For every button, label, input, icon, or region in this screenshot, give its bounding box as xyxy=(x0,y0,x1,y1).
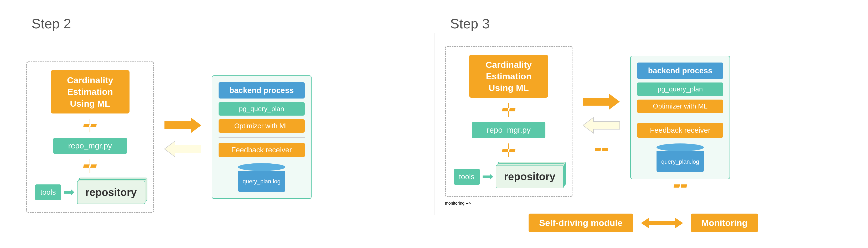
step2-tools-repo-row: tools repository xyxy=(35,181,145,204)
step3-conn-line2 xyxy=(508,112,509,117)
step3-section: Step 3 Cardinality EstimationUsing ML re… xyxy=(435,10,852,238)
step2-cyl-body: query_plan.log xyxy=(238,171,285,192)
step3-pg-query-box: pg_query_plan xyxy=(637,83,723,96)
step2-repomgr-label: repo_mgr.py xyxy=(68,141,112,150)
step2-stack-front: repository xyxy=(77,181,145,204)
step3-small-arrow xyxy=(483,173,493,181)
step3-right-col: backend process pg_query_plan Optimizer … xyxy=(630,56,730,188)
step3-monitoring-box: Monitoring xyxy=(691,214,758,232)
step2-cyl-top xyxy=(238,163,285,171)
step3-backend-title: backend process xyxy=(637,63,723,79)
step2-section: Step 2 Cardinality EstimationUsing ML xyxy=(16,10,434,238)
page-container: Step 2 Cardinality EstimationUsing ML xyxy=(0,0,868,248)
step2-connector2 xyxy=(84,159,96,173)
step2-repository-stack: repository xyxy=(77,181,145,204)
svg-marker-4 xyxy=(583,94,620,110)
step3-repomgr-label: repo_mgr.py xyxy=(487,126,531,134)
step3-monitor-connector xyxy=(674,184,687,188)
step3-bottom-connector xyxy=(595,148,608,151)
step2-cardinality-label: Cardinality EstimationUsing ML xyxy=(67,75,113,108)
step3-conn-line4 xyxy=(508,152,509,157)
step3-cylinder-wrap: query_plan.log xyxy=(637,144,723,172)
step3-repository-label: repository xyxy=(504,171,556,182)
step3-arrow-svg xyxy=(483,173,493,181)
step3-conn-line1 xyxy=(508,103,509,108)
step2-backend-title: backend process xyxy=(219,82,305,98)
step3-bottom-row: Self-driving module Monitoring xyxy=(445,214,842,232)
step2-cylinder-wrap: query_plan.log xyxy=(219,163,305,192)
step3-pale-arrow-left xyxy=(583,116,620,134)
step2-repomgr-box: repo_mgr.py xyxy=(53,138,127,154)
step2-tools-label: tools xyxy=(40,188,56,196)
svg-marker-0 xyxy=(64,189,74,195)
step3-cardinality-label: Cardinality EstimationUsing ML xyxy=(486,60,532,93)
step2-repo-box: Cardinality EstimationUsing ML repo_mgr.… xyxy=(26,61,154,213)
step3-divider xyxy=(637,118,723,118)
step2-backend-box: backend process pg_query_plan Optimizer … xyxy=(212,75,312,199)
step3-double-arrow xyxy=(641,215,683,231)
svg-marker-3 xyxy=(483,174,493,180)
svg-marker-6 xyxy=(641,218,683,228)
step3-middle-arrows xyxy=(583,92,620,151)
step3-log-label: query_plan.log xyxy=(661,158,699,165)
step3-conn-line3 xyxy=(508,144,509,149)
step3-tools-box: tools xyxy=(454,169,480,185)
step2-diagram: Cardinality EstimationUsing ML repo_mgr.… xyxy=(26,42,423,232)
step3-cyl-body: query_plan.log xyxy=(656,151,704,172)
step2-conn-line3 xyxy=(90,159,90,164)
step3-repo-box: Cardinality EstimationUsing ML repo_mgr.… xyxy=(445,46,573,197)
step3-self-driving-box: Self-driving module xyxy=(529,214,633,232)
step3-feedback-box: Feedback receiver xyxy=(637,123,723,138)
step3-diagram: Cardinality EstimationUsing ML repo_mgr.… xyxy=(445,42,842,201)
step3-connector2 xyxy=(502,144,515,157)
step3-tools-repo-row: tools repository xyxy=(454,165,564,188)
step3-repository-stack: repository xyxy=(496,165,564,188)
step2-repository-label: repository xyxy=(85,187,137,198)
step2-conn-line1 xyxy=(90,119,90,124)
step3-optimizer-box: Optimizer with ML xyxy=(637,99,723,113)
step2-conn-line2 xyxy=(90,127,90,132)
svg-marker-1 xyxy=(164,118,201,133)
step2-divider xyxy=(219,137,305,138)
step3-stack-front: repository xyxy=(496,165,564,188)
step2-pg-query-box: pg_query_plan xyxy=(219,102,305,116)
step2-pale-arrow-left xyxy=(164,140,201,158)
step2-cardinality-box: Cardinality EstimationUsing ML xyxy=(51,70,129,114)
step2-cylinder: query_plan.log xyxy=(238,163,285,192)
step3-cyl-top xyxy=(656,144,704,151)
step2-feedback-box: Feedback receiver xyxy=(219,143,305,157)
step2-tools-box: tools xyxy=(35,184,61,200)
step3-cardinality-box: Cardinality EstimationUsing ML xyxy=(469,55,548,98)
step2-log-label: query_plan.log xyxy=(243,178,280,185)
step2-big-arrow-right xyxy=(164,116,201,134)
step2-middle-arrows xyxy=(164,116,201,158)
step3-big-arrow-right xyxy=(583,92,620,111)
step3-backend-box: backend process pg_query_plan Optimizer … xyxy=(630,56,730,179)
svg-marker-2 xyxy=(164,141,201,157)
step3-cylinder: query_plan.log xyxy=(656,144,704,172)
step2-optimizer-box: Optimizer with ML xyxy=(219,119,305,133)
step3-tools-label: tools xyxy=(459,173,474,181)
step2-small-arrow xyxy=(64,188,74,196)
svg-marker-5 xyxy=(583,118,620,133)
step2-title: Step 2 xyxy=(32,16,423,32)
step3-repomgr-box: repo_mgr.py xyxy=(472,122,546,138)
step2-connector1 xyxy=(84,119,96,132)
step2-conn-line4 xyxy=(90,167,90,173)
step3-title: Step 3 xyxy=(450,16,842,32)
step2-arrow-svg xyxy=(64,188,74,196)
step3-connector1 xyxy=(502,103,515,117)
